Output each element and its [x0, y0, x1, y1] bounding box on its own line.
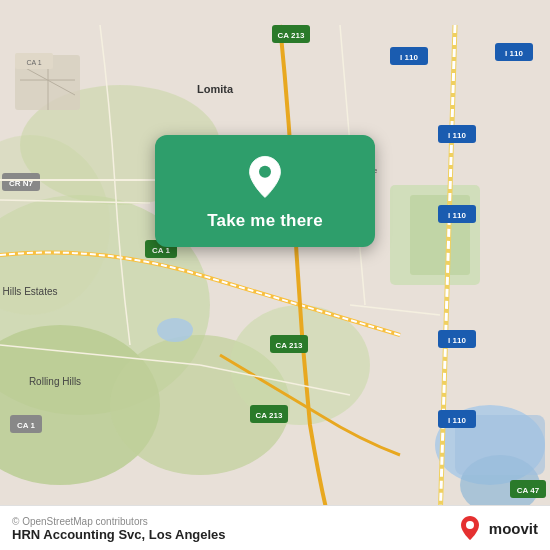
svg-text:Hills Estates: Hills Estates: [2, 286, 57, 297]
location-pin-icon: [241, 153, 289, 201]
bottom-left-info: © OpenStreetMap contributors HRN Account…: [12, 514, 226, 542]
location-name: HRN Accounting Svc, Los Angeles: [12, 527, 226, 542]
svg-text:CA 213: CA 213: [278, 31, 305, 40]
svg-text:CA 1: CA 1: [26, 59, 41, 66]
svg-text:CA 1: CA 1: [152, 246, 170, 255]
map-container: I 110 I 110 I 110 I 110 I 110 CA 213 CA …: [0, 0, 550, 550]
bottom-bar: © OpenStreetMap contributors HRN Account…: [0, 505, 550, 550]
svg-text:CA 1: CA 1: [17, 421, 35, 430]
svg-text:I 110: I 110: [448, 336, 466, 345]
svg-text:CA 213: CA 213: [276, 341, 303, 350]
moovit-icon: [456, 514, 484, 542]
take-me-card[interactable]: Take me there: [155, 135, 375, 247]
svg-point-58: [466, 521, 474, 529]
svg-text:CA 213: CA 213: [256, 411, 283, 420]
svg-text:I 110: I 110: [400, 53, 418, 62]
svg-text:I 110: I 110: [448, 416, 466, 425]
svg-point-57: [259, 166, 271, 178]
svg-text:I 110: I 110: [448, 131, 466, 140]
moovit-logo: moovit: [456, 514, 538, 542]
moovit-brand-text: moovit: [489, 520, 538, 537]
copyright-text: © OpenStreetMap contributors: [12, 516, 226, 527]
svg-point-12: [157, 318, 193, 342]
svg-text:I 110: I 110: [448, 211, 466, 220]
svg-text:I 110: I 110: [505, 49, 523, 58]
take-me-button[interactable]: Take me there: [207, 211, 323, 231]
map-svg: I 110 I 110 I 110 I 110 I 110 CA 213 CA …: [0, 0, 550, 550]
svg-text:CA 47: CA 47: [517, 486, 540, 495]
svg-text:Lomita: Lomita: [197, 83, 234, 95]
svg-text:Rolling Hills: Rolling Hills: [29, 376, 81, 387]
